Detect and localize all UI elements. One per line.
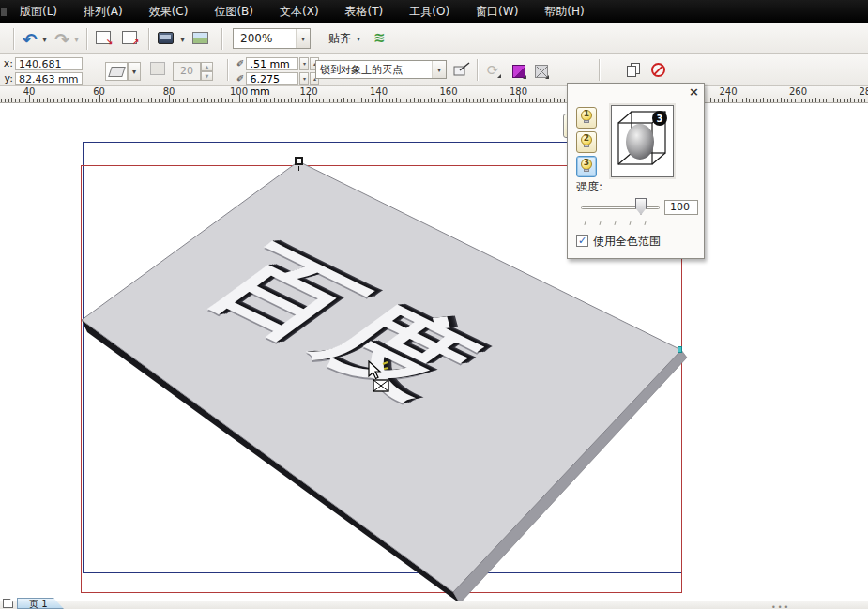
separator xyxy=(148,28,149,50)
coreldraw-window: 版面(L) 排列(A) 效果(C) 位图(B) 文本(X) 表格(T) 工具(O… xyxy=(0,0,868,609)
light-position-preview[interactable]: 3 xyxy=(611,105,674,177)
close-icon[interactable]: × xyxy=(689,84,699,99)
export-button[interactable]: ↗ xyxy=(122,31,137,44)
vp-copy-button[interactable] xyxy=(452,61,471,78)
zoom-level-combo[interactable]: 200% ▾ xyxy=(233,28,311,49)
ruler-tick xyxy=(25,99,26,102)
menu-window[interactable]: 窗口(W) xyxy=(463,0,531,23)
clear-extrude-button[interactable] xyxy=(651,63,665,77)
ruler-tick xyxy=(110,99,111,102)
ruler-tick xyxy=(418,99,419,102)
vp-x-field[interactable]: .51 mm xyxy=(246,57,298,70)
ruler-tick xyxy=(540,99,541,102)
y-position-field[interactable]: 82.463 mm xyxy=(15,72,83,85)
intensity-slider-thumb[interactable] xyxy=(635,198,647,215)
intensity-slider-track[interactable] xyxy=(581,206,660,209)
page-tab-1[interactable]: 页 1 xyxy=(17,598,64,609)
ruler-tick xyxy=(525,99,526,102)
spin-arrows[interactable]: ▲▼ xyxy=(201,62,213,81)
splitter-dots[interactable]: ••• xyxy=(771,603,790,609)
vanishing-point-lock-dropdown[interactable]: 锁到对象上的灭点 ▾ xyxy=(315,60,447,79)
ruler-tick xyxy=(511,99,512,102)
ruler-tick xyxy=(37,99,38,102)
ruler-tick xyxy=(760,99,761,102)
x-position-field[interactable]: 140.681 mm xyxy=(15,57,83,70)
chevron-down-icon[interactable]: ▾ xyxy=(296,29,310,48)
menu-arrange[interactable]: 排列(A) xyxy=(70,0,136,23)
vp-y-icon: ✐ xyxy=(236,73,244,84)
ruler-tick xyxy=(854,99,855,102)
undo-icon: ↶ xyxy=(23,31,38,49)
menu-bitmaps[interactable]: 位图(B) xyxy=(201,0,266,23)
snap-to-dropdown[interactable]: 贴齐 ▾ xyxy=(328,28,360,49)
ruler-tick xyxy=(82,98,83,102)
ruler-tick xyxy=(491,99,492,102)
ruler-tick xyxy=(221,98,222,102)
light-source-1-button[interactable]: 1 xyxy=(576,107,597,129)
extrusion-preset-dropdown[interactable]: ▾ xyxy=(128,62,141,81)
ruler-tick xyxy=(124,99,125,102)
ruler-tick xyxy=(5,99,6,102)
extrude-rotation-button[interactable]: ⟳ xyxy=(483,62,502,79)
status-bar: ••• xyxy=(0,601,868,609)
ruler-tick xyxy=(302,99,303,102)
ruler-tick xyxy=(389,99,390,102)
extrusion-preset-button[interactable] xyxy=(105,62,128,81)
ruler-tick xyxy=(708,99,708,102)
ruler-tick xyxy=(155,99,156,102)
ruler-tick xyxy=(787,99,788,102)
undo-dropdown[interactable]: ▾ xyxy=(39,29,50,50)
separator xyxy=(86,28,87,50)
light-source-2-button[interactable]: 2 xyxy=(576,131,597,153)
application-launcher-dropdown[interactable]: ▾ xyxy=(177,29,188,50)
menu-text[interactable]: 文本(X) xyxy=(266,0,332,23)
ruler-tick xyxy=(724,99,725,102)
ruler-tick xyxy=(396,98,397,102)
ruler-tick xyxy=(406,99,407,102)
ruler-tick xyxy=(50,99,51,102)
full-color-checkbox-label: 使用全色范围 xyxy=(593,234,661,250)
snap-settings-button[interactable]: ≋ xyxy=(373,29,386,46)
vanishing-point-handle[interactable] xyxy=(295,157,303,165)
ruler-tick xyxy=(452,99,453,102)
menu-tools[interactable]: 工具(O) xyxy=(396,0,463,23)
ruler-tick xyxy=(252,99,253,102)
menu-layout[interactable]: 版面(L) xyxy=(7,0,70,23)
redo-button[interactable]: ↷ xyxy=(53,29,71,50)
extrude-tool-cursor xyxy=(368,360,396,394)
ruler-tick xyxy=(236,99,236,102)
extrude-depth-spinner[interactable]: 20 ▲▼ xyxy=(173,62,213,81)
drawing-canvas[interactable]: 百度 xyxy=(0,103,868,601)
menu-table[interactable]: 表格(T) xyxy=(332,0,397,23)
welcome-screen-button[interactable] xyxy=(192,32,208,44)
application-launcher-button[interactable] xyxy=(158,32,174,44)
full-color-checkbox[interactable]: ✓ xyxy=(576,235,588,247)
page-flip-icon[interactable] xyxy=(3,599,13,608)
ruler-tick xyxy=(438,99,439,102)
extrusion-color-button[interactable] xyxy=(510,63,527,80)
chevron-down-icon: ▾ xyxy=(74,36,78,44)
ruler-label: 80 xyxy=(163,86,175,97)
node-marker[interactable] xyxy=(678,346,682,353)
copy-extrude-properties-button[interactable] xyxy=(627,63,642,78)
import-button[interactable]: ↘ xyxy=(96,31,111,44)
menu-effects[interactable]: 效果(C) xyxy=(136,0,202,23)
snap-waves-icon: ≋ xyxy=(373,29,386,46)
extrude-bevel-button[interactable] xyxy=(533,63,550,80)
ruler-tick xyxy=(801,99,802,102)
chevron-down-icon[interactable]: ▾ xyxy=(432,61,446,78)
ruler-tick xyxy=(483,98,484,102)
light-source-3-button[interactable]: 3 xyxy=(576,156,597,177)
ruler-tick xyxy=(826,99,827,102)
ruler-tick xyxy=(522,99,523,102)
vp-y-field[interactable]: 6.275 mm xyxy=(246,72,298,85)
ruler-tick xyxy=(260,99,261,102)
ruler-tick xyxy=(543,99,544,102)
export-icon: ↗ xyxy=(122,31,137,44)
undo-button[interactable]: ↶ xyxy=(21,29,39,50)
intensity-value-field[interactable]: 100 xyxy=(664,200,698,215)
menu-help[interactable]: 帮助(H) xyxy=(531,0,597,23)
redo-dropdown[interactable]: ▾ xyxy=(71,29,82,50)
horizontal-ruler[interactable]: 406080100120140160180200220240260280 xyxy=(0,86,868,103)
ruler-tick xyxy=(850,98,851,102)
